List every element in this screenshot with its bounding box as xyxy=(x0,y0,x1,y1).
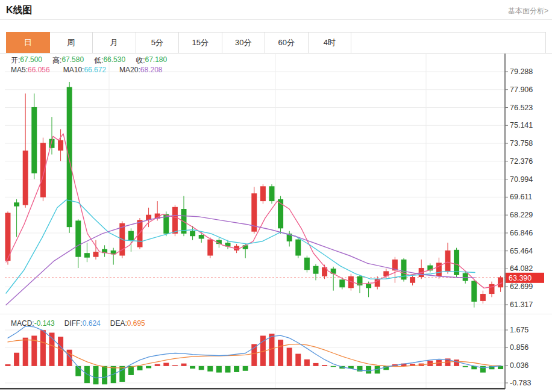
candle-body-up xyxy=(480,294,486,301)
macd-bar-negative xyxy=(463,366,468,367)
candle-body-down xyxy=(269,186,275,201)
fundamental-analysis-link[interactable]: 基本面分析> xyxy=(508,6,548,16)
macd-bar-negative xyxy=(243,366,248,371)
axis-tick-label: 0.036 xyxy=(510,361,528,370)
macd-bar-positive xyxy=(5,364,11,366)
axis-tick-label: 62.699 xyxy=(510,282,533,291)
macd-bar-positive xyxy=(14,353,19,366)
macd-bar-positive xyxy=(322,365,327,366)
macd-bar-negative xyxy=(225,366,231,373)
axis-tick-label: 66.846 xyxy=(510,229,533,237)
candle-body-down xyxy=(471,281,477,302)
legend-value: 67.580 xyxy=(61,55,84,66)
axis-tick-label: 64.082 xyxy=(510,264,533,273)
candle-body-up xyxy=(172,207,178,234)
axis-tick-label: 65.464 xyxy=(510,247,533,255)
macd-legend-item: DIFF:0.624 xyxy=(64,319,101,328)
legend-value: 0.624 xyxy=(83,319,101,328)
candle-body-down xyxy=(199,235,204,238)
macd-bar-positive xyxy=(23,338,28,366)
ma-legend-item: MA20:68.208 xyxy=(119,66,162,74)
legend-label: MA5: xyxy=(11,66,28,74)
ma-legend: MA5:66.056MA10:66.672MA20:68.208 xyxy=(11,66,176,74)
macd-bar-positive xyxy=(269,334,275,366)
candle-body-up xyxy=(207,240,213,256)
macd-legend: MACD:-0.143DIFF:0.624DEA:0.695 xyxy=(11,319,155,328)
candle-body-down xyxy=(339,279,345,287)
period-tab-bar: 日周月5分15分30分60分4时 xyxy=(6,32,546,54)
candle-body-down xyxy=(295,240,301,256)
candle-body-up xyxy=(23,151,28,205)
axis-tick-label: 0.856 xyxy=(510,343,528,352)
tab-period-日[interactable]: 日 xyxy=(6,32,50,54)
candle-body-up xyxy=(445,250,451,272)
macd-bar-negative xyxy=(146,366,151,369)
axis-tick-label: 1.675 xyxy=(510,326,528,334)
legend-label: DEA: xyxy=(110,319,127,328)
macd-bar-positive xyxy=(40,330,46,366)
macd-bar-negative xyxy=(199,366,204,370)
legend-label: MA10: xyxy=(63,66,84,74)
ma-legend-item: MA5:66.056 xyxy=(11,66,50,74)
macd-bar-negative xyxy=(93,366,99,384)
legend-label: DIFF: xyxy=(64,319,83,328)
candle-body-up xyxy=(410,277,415,283)
legend-value: 67.180 xyxy=(145,55,167,66)
macd-bar-positive xyxy=(304,359,310,366)
tab-period-4时[interactable]: 4时 xyxy=(309,33,352,53)
ohlc-legend-item: 开:67.500 xyxy=(11,55,42,66)
macd-bar-negative xyxy=(498,366,503,369)
macd-bar-positive xyxy=(172,365,178,366)
candle-body-down xyxy=(14,202,19,206)
macd-legend-item: MACD:-0.143 xyxy=(11,319,55,328)
legend-value: 67.500 xyxy=(20,55,42,66)
axis-tick-label: 73.758 xyxy=(510,139,533,148)
tabbar-bottom-rule xyxy=(0,53,552,54)
axis-tick-label: 77.906 xyxy=(510,86,533,94)
candle-body-down xyxy=(31,107,37,173)
tab-period-15分[interactable]: 15分 xyxy=(179,33,222,53)
legend-value: 0.695 xyxy=(127,319,145,328)
tab-bar-empty-space xyxy=(351,33,545,53)
macd-bar-negative xyxy=(207,366,213,372)
legend-label: MA20: xyxy=(119,66,140,74)
macd-bar-positive xyxy=(287,348,292,366)
tab-period-周[interactable]: 周 xyxy=(50,33,93,53)
legend-label: 低: xyxy=(94,55,103,66)
current-price-badge-label: 63.390 xyxy=(509,274,532,282)
legend-value: 66.056 xyxy=(28,66,50,74)
macd-bar-negative xyxy=(137,366,143,370)
candle-body-up xyxy=(498,277,503,287)
ma-legend-item: MA10:66.672 xyxy=(63,66,106,74)
candle-body-down xyxy=(67,87,72,228)
axis-tick-label: 69.611 xyxy=(510,193,532,201)
tab-period-月[interactable]: 月 xyxy=(93,33,136,53)
tab-period-30分[interactable]: 30分 xyxy=(222,33,266,53)
candle-body-up xyxy=(58,140,63,151)
ohlc-legend-item: 低:66.530 xyxy=(94,55,125,66)
candle-body-up xyxy=(40,143,46,197)
legend-value: 66.672 xyxy=(84,66,106,74)
macd-bar-positive xyxy=(163,363,169,366)
macd-bar-negative xyxy=(190,366,195,369)
macd-bar-positive xyxy=(278,340,283,366)
candle-body-down xyxy=(84,253,90,258)
tab-period-60分[interactable]: 60分 xyxy=(265,33,309,53)
candle-body-up xyxy=(489,284,495,294)
page-title: K线图 xyxy=(6,4,33,17)
candle-body-down xyxy=(463,273,468,281)
legend-label: 开: xyxy=(11,55,20,66)
axis-tick-label: 76.523 xyxy=(510,104,533,112)
tab-period-5分[interactable]: 5分 xyxy=(136,33,180,53)
axis-tick-label: 70.994 xyxy=(510,175,533,184)
axis-tick-label: 72.376 xyxy=(510,157,533,166)
candle-body-down xyxy=(128,231,134,241)
axis-tick-label: -0.783 xyxy=(510,379,531,387)
legend-label: 收: xyxy=(136,55,145,66)
candle-body-down xyxy=(243,245,248,249)
axis-tick-label: 61.317 xyxy=(510,300,533,309)
macd-bar-negative xyxy=(366,366,371,374)
ohlc-legend: 开:67.500高:67.580低:66.530收:67.180 xyxy=(11,55,177,66)
macd-bar-positive xyxy=(181,364,187,366)
axis-tick-label: 75.141 xyxy=(510,121,533,129)
